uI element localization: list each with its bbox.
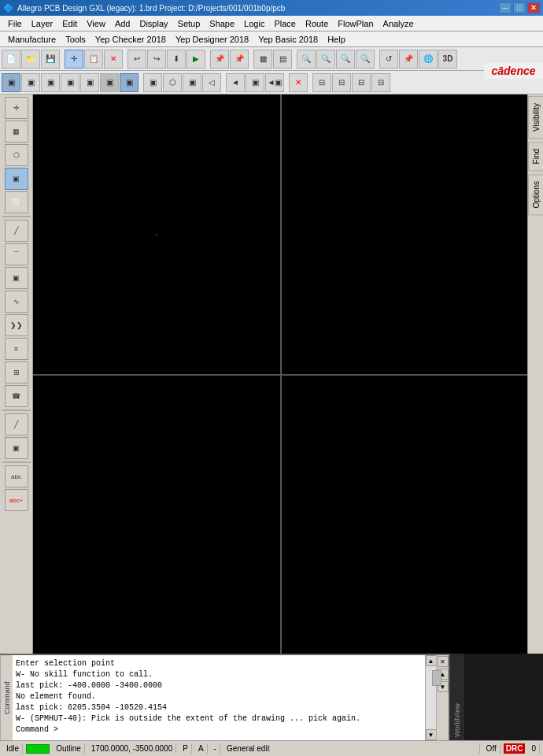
maximize-button[interactable]: □ — [513, 2, 526, 13]
menu-analyze[interactable]: Analyze — [379, 17, 419, 30]
tb-undo[interactable]: ↩ — [127, 50, 146, 69]
sb-text-add[interactable]: abc+ — [5, 489, 28, 511]
tb-save[interactable]: 💾 — [41, 50, 60, 69]
tb2-connect3[interactable]: ⊟ — [352, 73, 371, 92]
tb2-shape1[interactable]: ▣ — [143, 73, 162, 92]
menu-edit[interactable]: Edit — [57, 17, 82, 30]
menu-flowplan[interactable]: FlowPlan — [333, 17, 378, 30]
sb-rect2[interactable]: ▣ — [5, 437, 28, 459]
tb-rotate[interactable]: ↺ — [379, 50, 398, 69]
canvas-dot — [156, 234, 157, 235]
sb-rect[interactable]: ⬜ — [5, 191, 28, 213]
tb-open[interactable]: 📁 — [21, 50, 40, 69]
worldview-panel: WorldView — [449, 654, 543, 740]
close-button[interactable]: ✕ — [527, 2, 540, 13]
sb-phone[interactable]: ☎ — [5, 385, 28, 407]
sb-via[interactable]: ▣ — [5, 267, 28, 289]
scroll-down-btn[interactable]: ▼ — [426, 729, 437, 740]
tb-bookmark[interactable]: 📌 — [399, 50, 418, 69]
tb-grid2[interactable]: ▤ — [273, 50, 292, 69]
tb2-select7[interactable]: ▣ — [120, 73, 139, 92]
console-text[interactable]: Enter selection point W- No skill functi… — [13, 655, 425, 740]
menu-logic[interactable]: Logic — [239, 17, 269, 30]
tb2-stop[interactable]: ✕ — [289, 73, 308, 92]
status-off: Off — [483, 743, 501, 754]
tb2-shape3[interactable]: ▣ — [183, 73, 201, 92]
sb-poly[interactable]: ⬡ — [5, 144, 28, 166]
menu-view[interactable]: View — [82, 17, 110, 30]
console-expand-btn[interactable]: ✕ — [438, 656, 449, 667]
tb-zoom-prev[interactable]: 🔍 — [356, 50, 375, 69]
scroll-thumb[interactable] — [432, 670, 441, 686]
tb2-connect1[interactable]: ⊟ — [312, 73, 331, 92]
sb-add-connect[interactable]: ✛ — [5, 97, 28, 119]
tb-zoom-out[interactable]: 🔍 — [316, 50, 335, 69]
tb2-shape4[interactable]: ◁ — [202, 73, 221, 92]
sb-grid-btn[interactable]: ⊞ — [5, 361, 28, 384]
sb-place[interactable]: ▣ — [5, 168, 28, 190]
toolbar-row-1: 📄 📁 💾 ✛ 📋 ✕ ↩ ↪ ⬇ ▶ 📌 📌 ▦ ▤ 🔍 🔍 🔍 🔍 ↺ 📌 … — [0, 47, 543, 71]
tb2-shape2[interactable]: ⬡ — [163, 73, 182, 92]
menu-display[interactable]: Display — [135, 17, 172, 30]
status-idle: Idle — [3, 743, 23, 754]
tb2-arrow1[interactable]: ◄ — [226, 73, 245, 92]
tb-zoom-fit[interactable]: 🔍 — [336, 50, 355, 69]
sb-wave[interactable]: ∿ — [5, 291, 28, 313]
minimize-button[interactable]: ─ — [499, 2, 512, 13]
tb-grid[interactable]: ▦ — [253, 50, 272, 69]
sb-arc[interactable]: ⌒ — [5, 243, 28, 265]
menu-layer[interactable]: Layer — [27, 17, 58, 30]
tb2-select2[interactable]: ▣ — [21, 73, 40, 92]
cadence-logo: cādence — [484, 63, 543, 79]
canvas-area[interactable] — [33, 94, 527, 654]
tb2-connect2[interactable]: ⊟ — [332, 73, 351, 92]
sb-diagonal[interactable]: ╱ — [5, 413, 28, 435]
menu-file[interactable]: File — [3, 17, 27, 30]
tb-run[interactable]: ▶ — [187, 50, 205, 69]
tab-find[interactable]: Find — [528, 142, 544, 171]
tab-options[interactable]: Options — [528, 174, 544, 215]
menu-route[interactable]: Route — [301, 17, 333, 30]
tb-new[interactable]: 📄 — [2, 50, 20, 69]
tb-world[interactable]: 🌐 — [419, 50, 438, 69]
tb-pin2[interactable]: 📌 — [230, 50, 249, 69]
menu-bar-2: Manufacture Tools Yep Checker 2018 Yep D… — [0, 32, 543, 47]
tb-delete[interactable]: ✕ — [104, 50, 123, 69]
sb-list[interactable]: ≡ — [5, 338, 28, 360]
tb2-connect4[interactable]: ⊟ — [371, 73, 390, 92]
tb-copy[interactable]: 📋 — [84, 50, 103, 69]
menu-place[interactable]: Place — [269, 17, 301, 30]
tb2-select3[interactable]: ▣ — [41, 73, 60, 92]
tb-zoom-in[interactable]: 🔍 — [297, 50, 316, 69]
tb-down[interactable]: ⬇ — [167, 50, 186, 69]
menu-yep-basic[interactable]: Yep Basic 2018 — [253, 33, 323, 46]
window-title: Allegro PCB Design GXL (legacy): 1.brd P… — [17, 4, 285, 13]
tab-visibility[interactable]: Visibility — [528, 96, 544, 139]
menu-add[interactable]: Add — [110, 17, 135, 30]
menu-manufacture[interactable]: Manufacture — [3, 33, 61, 46]
scroll-up-btn[interactable]: ▲ — [426, 655, 437, 666]
tb-snap[interactable]: ✛ — [65, 50, 83, 69]
sb-arrow[interactable]: ❯❯ — [5, 314, 28, 336]
tb2-select4[interactable]: ▣ — [61, 73, 79, 92]
tb2-arrow3[interactable]: ◄▣ — [265, 73, 284, 92]
sb-text[interactable]: abc — [5, 465, 28, 487]
status-drc[interactable]: DRC — [504, 743, 526, 754]
tb-3d[interactable]: 3D — [438, 50, 457, 69]
tb2-select1[interactable]: ▣ — [2, 73, 20, 92]
menu-tools[interactable]: Tools — [61, 33, 90, 46]
tb2-select5[interactable]: ▣ — [80, 73, 99, 92]
tb2-arrow2[interactable]: ▣ — [246, 73, 264, 92]
menu-setup[interactable]: Setup — [173, 17, 205, 30]
tb2-select6[interactable]: ▣ — [100, 73, 119, 92]
tb-pin1[interactable]: 📌 — [210, 50, 229, 69]
main-layout: ✛ ▦ ⬡ ▣ ⬜ ╱ ⌒ ▣ ∿ ❯❯ ≡ ⊞ ☎ ╱ ▣ abc abc+ … — [0, 94, 543, 654]
sb-line[interactable]: ╱ — [5, 220, 28, 242]
menu-yep-checker[interactable]: Yep Checker 2018 — [90, 33, 171, 46]
menu-shape[interactable]: Shape — [205, 17, 239, 30]
console-area: Command Enter selection point W- No skil… — [0, 654, 449, 740]
menu-yep-designer[interactable]: Yep Designer 2018 — [171, 33, 253, 46]
menu-help[interactable]: Help — [323, 33, 350, 46]
sb-select[interactable]: ▦ — [5, 120, 28, 143]
tb-redo[interactable]: ↪ — [147, 50, 166, 69]
